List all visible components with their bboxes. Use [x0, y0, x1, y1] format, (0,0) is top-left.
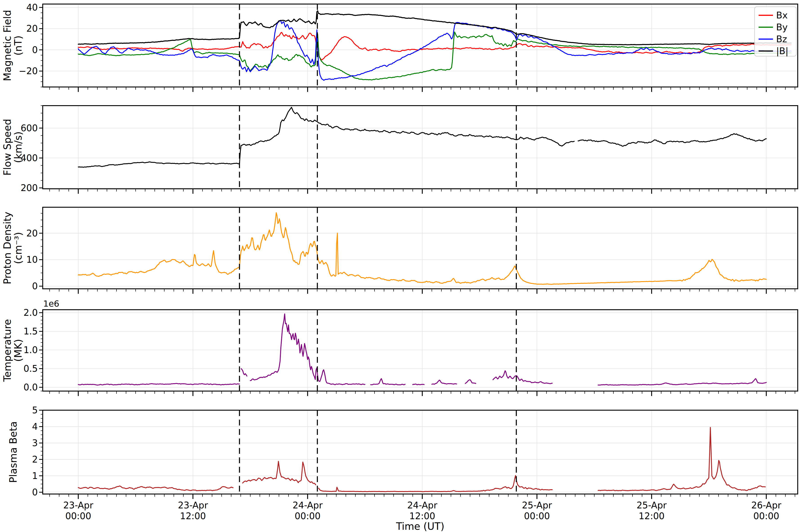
y-tick-label: 20: [26, 23, 38, 34]
y-ticks: 012345: [32, 405, 43, 497]
x-tick-label-time: 12:00: [409, 511, 435, 521]
y-tick-label: 0: [32, 487, 38, 497]
x-tick-label-time: 12:00: [180, 511, 206, 521]
legend-label: By: [776, 22, 788, 32]
panel-flow-speed: 200400600Flow Speed(km/s): [2, 106, 798, 194]
x-tick-label-date: 24-Apr: [293, 500, 323, 510]
legend-box: [754, 7, 796, 56]
figure-canvas: −2002040Magnetic Field(nT)200400600Flow …: [0, 0, 802, 532]
y-axis-label-temperature: (MK): [12, 339, 24, 362]
panel-proton-density: 01020Proton Density(cm⁻³): [2, 207, 798, 294]
x-axis: 23-Apr00:0023-Apr12:0024-Apr00:0024-Apr1…: [63, 500, 781, 521]
x-ticks: [50, 189, 795, 194]
y-tick-label: 0: [32, 45, 38, 55]
y-tick-label: 4: [32, 421, 38, 432]
y-tick-label: 40: [26, 2, 38, 13]
y-tick-label: 1.0: [23, 345, 38, 355]
x-tick-label-time: 00:00: [65, 511, 91, 521]
x-tick-label-date: 23-Apr: [178, 500, 208, 510]
panel-magnetic-field: −2002040Magnetic Field(nT): [2, 2, 798, 92]
x-ticks: [50, 391, 795, 396]
y-tick-label: 10: [26, 254, 38, 265]
series-line-T: [413, 384, 424, 385]
legend-label: |B|: [776, 46, 788, 56]
x-tick-label-time: 00:00: [524, 511, 550, 521]
x-tick-label-time: 00:00: [295, 511, 320, 521]
panel-temperature: 0.00.51.01.52.0Temperature(MK): [2, 307, 798, 396]
y-tick-label: 2: [32, 454, 38, 464]
y-axis-label-magnetic-field: (nT): [12, 36, 24, 56]
y-tick-label: 20: [26, 228, 38, 239]
panel-plasma-beta: 012345Plasma Beta: [7, 405, 798, 499]
x-tick-label-date: 26-Apr: [751, 500, 781, 510]
y-ticks: 200400600: [21, 106, 43, 193]
y-tick-label: 200: [21, 183, 38, 193]
x-tick-label-date: 24-Apr: [407, 500, 437, 510]
y-axis-label-temperature: Temperature: [2, 319, 13, 382]
y-tick-label: 1: [32, 471, 38, 481]
y-tick-label: 3: [32, 438, 38, 448]
x-tick-label-date: 25-Apr: [522, 500, 552, 510]
y-axis-label-proton-density: Proton Density: [2, 212, 13, 284]
y-ticks: 0.00.51.01.52.0: [23, 307, 43, 393]
y-axis-label-flow-speed: (km/s): [12, 132, 24, 163]
y-axis-label-magnetic-field: Magnetic Field: [2, 10, 13, 81]
y-ticks: 01020: [26, 213, 43, 291]
x-tick-label-time: 00:00: [753, 511, 779, 521]
y-tick-label: 2.0: [23, 307, 38, 318]
x-tick-label-date: 23-Apr: [63, 500, 93, 510]
x-ticks: [50, 494, 795, 499]
time-series-figure: −2002040Magnetic Field(nT)200400600Flow …: [0, 0, 802, 532]
y-tick-label: −20: [19, 66, 38, 76]
y-tick-label: 5: [32, 405, 38, 415]
panels: −2002040Magnetic Field(nT)200400600Flow …: [2, 2, 798, 499]
y-tick-label: 0.0: [23, 382, 38, 393]
y-tick-label: 0.5: [23, 363, 38, 374]
x-ticks: [50, 87, 795, 92]
y-axis-label-plasma-beta: Plasma Beta: [7, 421, 19, 483]
legend: BxByBz|B|: [754, 7, 796, 56]
legend-label: Bx: [776, 10, 788, 20]
legend-label: Bz: [776, 34, 787, 44]
temperature-scale-offset: 1e6: [43, 299, 59, 309]
x-axis-label: Time (UT): [396, 520, 444, 532]
y-axis-label-flow-speed: Flow Speed: [2, 119, 13, 175]
y-axis-label-proton-density: (cm⁻³): [12, 232, 24, 264]
x-tick-label-date: 25-Apr: [636, 500, 667, 510]
x-ticks: [50, 289, 795, 294]
y-tick-label: 0: [32, 281, 38, 291]
y-tick-label: 1.5: [23, 326, 38, 337]
x-tick-label-time: 12:00: [639, 511, 665, 521]
